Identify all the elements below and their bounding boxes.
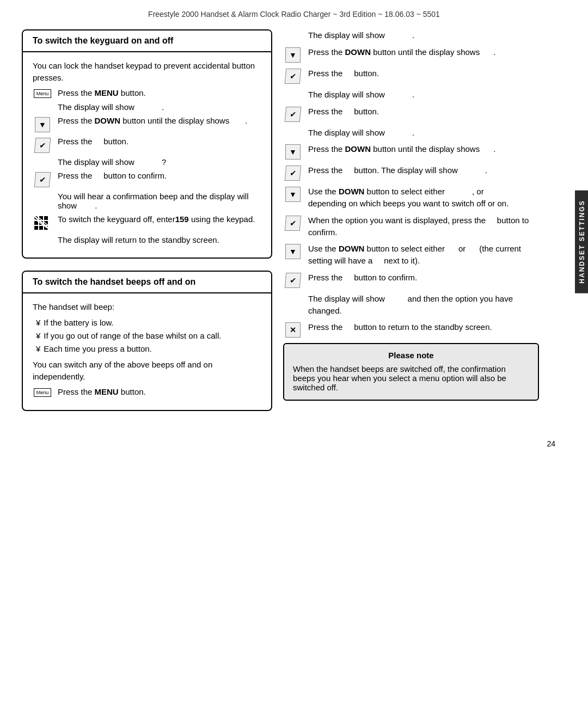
svg-rect-6: [34, 226, 38, 230]
right-row-10: ✔ When the option you want is displayed,…: [283, 215, 539, 238]
beeps-title: To switch the handset beeps off and on: [23, 272, 271, 293]
right-row-9: ▼ Use the DOWN button to select either ,…: [283, 186, 539, 210]
beeps-section: To switch the handset beeps off and on T…: [22, 271, 272, 411]
right-row-8: ✔ Press the button. The display will sho…: [283, 164, 539, 181]
beeps-bullets: ¥If the battery is low. ¥If you go out o…: [36, 317, 261, 354]
right-row-14: ✕ Press the button to return to the stan…: [283, 321, 539, 338]
handset-settings-tab: HANDSET SETTINGS: [575, 190, 588, 293]
keyguard-row-standby: The display will return to the standby s…: [33, 235, 261, 244]
keyguard-row-down1: ▼ Press the DOWN button until the displa…: [33, 116, 261, 132]
right-row-6: The display will show .: [283, 127, 539, 139]
svg-rect-2: [44, 216, 48, 220]
right-row-4: The display will show .: [283, 89, 539, 101]
beeps-body: The handset will beep: ¥If the battery i…: [23, 293, 271, 410]
keyguard-row-display2: The display will show ?: [33, 157, 261, 167]
keyguard-row-beep: You will hear a confirmation beep and th…: [33, 192, 261, 210]
page-header: Freestyle 2000 Handset & Alarm Clock Rad…: [0, 0, 588, 24]
menu-icon-2: Menu: [34, 388, 52, 397]
keyguard-section: To switch the keyguard on and off You ca…: [22, 29, 272, 259]
please-note-text: When the handset beeps are switched off,…: [293, 364, 529, 392]
right-row-13: The display will show and then the optio…: [283, 293, 539, 317]
beeps-row-menu: Menu Press the MENU button.: [33, 387, 261, 397]
keyguard-title: To switch the keyguard on and off: [23, 30, 271, 52]
menu-icon: Menu: [34, 89, 52, 98]
right-down-icon-4: ▼: [285, 244, 301, 259]
right-row-7: ▼ Press the DOWN button until the displa…: [283, 143, 539, 160]
right-row-5: ✔ Press the button.: [283, 106, 539, 122]
beeps-intro: The handset will beep:: [33, 301, 261, 313]
bullet-1: ¥If the battery is low.: [36, 317, 261, 328]
keypad-svg: [34, 216, 51, 230]
right-check-icon-5: ✔: [285, 273, 301, 288]
check-icon-1: ✔: [34, 138, 51, 153]
page-number: 24: [0, 434, 588, 454]
right-check-icon-3: ✔: [285, 166, 301, 181]
right-check-icon-4: ✔: [285, 216, 301, 231]
right-down-icon-3: ▼: [285, 187, 301, 202]
beeps-para2: You can switch any of the above beeps of…: [33, 359, 261, 383]
keypad-icon: [34, 216, 51, 231]
right-row-1: The display will show .: [283, 29, 539, 41]
right-down-icon-1: ▼: [285, 47, 301, 63]
please-note-title: Please note: [293, 351, 529, 360]
keyguard-intro: You can lock the handset keypad to preve…: [33, 60, 261, 84]
right-column: The display will show . ▼ Press the DOWN…: [283, 29, 566, 423]
keyguard-row-check2: ✔ Press the button to confirm.: [33, 171, 261, 187]
right-check-icon-1: ✔: [285, 69, 301, 84]
menu-icon-cell: Menu: [33, 88, 52, 98]
right-row-12: ✔ Press the button to confirm.: [283, 272, 539, 288]
keyguard-row-menu: Menu Press the MENU button.: [33, 88, 261, 98]
right-check-icon-2: ✔: [285, 107, 301, 122]
right-row-11: ▼ Use the DOWN button to select either o…: [283, 243, 539, 267]
bullet-2: ¥If you go out of range of the base whil…: [36, 330, 261, 341]
keyguard-row-check1: ✔ Press the button.: [33, 137, 261, 153]
right-row-3: ✔ Press the button.: [283, 68, 539, 84]
x-icon: ✕: [285, 322, 301, 338]
right-row-2: ▼ Press the DOWN button until the displa…: [283, 46, 539, 63]
left-column: To switch the keyguard on and off You ca…: [22, 29, 272, 423]
page-content: To switch the keyguard on and off You ca…: [0, 24, 588, 434]
keyguard-row-keypad: To switch the keyguard off, enter159 usi…: [33, 215, 261, 231]
keyguard-menu-text: Press the MENU button.: [58, 88, 261, 97]
down-icon-1: ▼: [35, 117, 50, 132]
please-note-box: Please note When the handset beeps are s…: [283, 343, 539, 401]
right-down-icon-2: ▼: [285, 144, 301, 160]
svg-rect-7: [39, 226, 43, 230]
check-icon-2: ✔: [34, 172, 51, 187]
keyguard-body: You can lock the handset keypad to preve…: [23, 52, 271, 258]
bullet-3: ¥Each time you press a button.: [36, 343, 261, 354]
keyguard-row-display1: The display will show .: [33, 102, 261, 112]
